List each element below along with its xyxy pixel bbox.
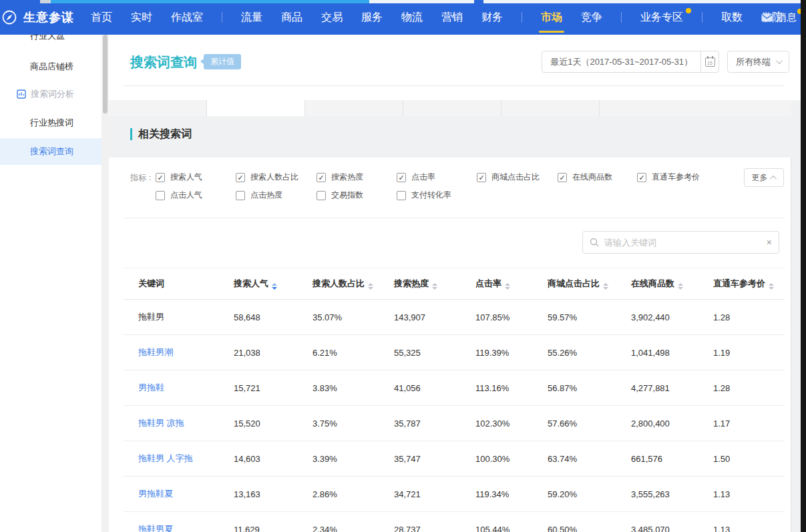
sidebar-item-product-shop-ranking[interactable]: 商品店铺榜: [0, 53, 102, 80]
table-row: 男拖鞋 15,721 3.83% 41,056 113.16% 56.87% 4…: [124, 370, 785, 406]
messages-button[interactable]: 消息: [761, 0, 797, 35]
table-row: 拖鞋男 58,648 35.07% 143,907 107.85% 59.57%…: [124, 300, 785, 335]
value-cell: 3,485,070: [631, 512, 713, 532]
keyword-link[interactable]: 拖鞋男夏: [138, 524, 173, 532]
sidebar-item-search-word-query[interactable]: 搜索词查询: [0, 138, 102, 165]
value-cell: 107.85%: [475, 300, 548, 335]
keyword-link[interactable]: 拖鞋男 人字拖: [138, 453, 193, 463]
page-scrollbar[interactable]: [801, 0, 806, 532]
sidebar-scrollbar-thumb[interactable]: [103, 35, 108, 113]
value-cell: 1.13: [713, 477, 785, 512]
metric-checkbox-online-products[interactable]: 在线商品数: [558, 172, 612, 183]
nav-item-product[interactable]: 商品: [274, 0, 309, 35]
nav-item-home[interactable]: 首页: [84, 0, 119, 35]
keyword-link[interactable]: 拖鞋男 凉拖: [138, 418, 184, 428]
more-button[interactable]: 更多: [744, 168, 784, 187]
nav-item-data-fetch[interactable]: 取数: [715, 0, 749, 35]
sidebar-item-industry-overview[interactable]: 行业大盘: [0, 35, 102, 49]
sidebar-item-industry-hot-words[interactable]: 行业热搜词: [0, 109, 102, 136]
sub-tab-1[interactable]: [109, 100, 207, 116]
metrics-label: 指标：: [130, 172, 154, 184]
sub-tab-3[interactable]: [305, 100, 403, 116]
col-header-search-popularity-sort[interactable]: 搜索人气: [234, 268, 313, 300]
table-row: 男拖鞋夏 13,163 2.86% 34,721 119.34% 59.20% …: [124, 477, 785, 512]
nav-menu: 首页 实时 作战室 流量 商品 交易 服务 物流 营销 财务 市场 竞争 业务专…: [81, 0, 792, 35]
active-tab-underline: [539, 31, 564, 33]
value-cell: 15,520: [234, 406, 313, 441]
metric-checkbox-search-popularity[interactable]: 搜索人气: [156, 172, 202, 183]
value-cell: 2,800,400: [631, 406, 713, 441]
metric-checkbox-ztc-reference-price[interactable]: 直通车参考价: [637, 172, 700, 183]
sidebar-scrollbar-track[interactable]: [102, 35, 109, 532]
metric-checkbox-mall-click-share[interactable]: 商城点击占比: [477, 172, 540, 183]
metric-checkbox-click-rate[interactable]: 点击率: [397, 172, 435, 183]
sort-icon: [505, 283, 510, 290]
metric-checkbox-search-heat[interactable]: 搜索热度: [317, 172, 363, 183]
brand-logo[interactable]: 生意参谋: [1, 9, 74, 25]
keyword-search-input[interactable]: [604, 238, 761, 248]
value-cell: 2.34%: [313, 512, 394, 532]
date-range-picker[interactable]: 最近1天（2017-05-31~2017-05-31） 15: [542, 51, 719, 73]
col-header-search-heat-sort[interactable]: 搜索热度: [394, 268, 475, 300]
sub-tab-5[interactable]: [501, 100, 600, 116]
sub-tabstrip: [109, 100, 791, 116]
value-cell: 119.34%: [475, 477, 548, 512]
nav-item-business-zone[interactable]: 业务专区: [634, 0, 690, 35]
col-header-ztc-price-sort[interactable]: 直通车参考价: [713, 268, 785, 300]
main-content: 搜索词查询 累计值 最近1天（2017-05-31~2017-05-31） 15…: [109, 35, 801, 532]
metric-checkbox-searcher-share[interactable]: 搜索人数占比: [236, 172, 298, 183]
value-cell: 35.07%: [313, 300, 394, 335]
sub-tab-4[interactable]: [403, 100, 501, 116]
value-cell: 143,907: [394, 300, 475, 335]
value-cell: 34,721: [394, 477, 475, 512]
calendar-button[interactable]: 15: [700, 51, 719, 72]
col-header-searcher-share-sort[interactable]: 搜索人数占比: [313, 268, 394, 300]
terminal-select-value: 所有终端: [736, 56, 771, 68]
terminal-select[interactable]: 所有终端: [727, 51, 789, 73]
col-header-click-rate-sort[interactable]: 点击率: [475, 268, 548, 300]
keyword-link[interactable]: 男拖鞋: [138, 382, 164, 392]
nav-item-marketing[interactable]: 营销: [435, 0, 469, 35]
value-cell: 59.57%: [548, 300, 631, 335]
col-header-mall-click-share-sort[interactable]: 商城点击占比: [548, 268, 631, 300]
divider: [124, 218, 785, 218]
sub-tab-2-active[interactable]: [207, 100, 305, 116]
metric-checkbox-payment-conversion[interactable]: 支付转化率: [397, 190, 451, 201]
sort-icon: [769, 283, 774, 290]
sub-tab-6[interactable]: [600, 100, 791, 116]
value-cell: 102.30%: [475, 406, 548, 441]
nav-item-trade[interactable]: 交易: [315, 0, 349, 35]
nav-item-market-active[interactable]: 市场: [534, 0, 569, 35]
value-cell: 1,041,498: [631, 335, 713, 370]
chevron-up-icon: [770, 175, 777, 182]
col-header-online-products-sort[interactable]: 在线商品数: [631, 268, 713, 300]
nav-item-service[interactable]: 服务: [355, 0, 389, 35]
metric-checkbox-trade-index[interactable]: 交易指数: [317, 190, 363, 201]
value-cell: 1.13: [713, 512, 785, 532]
keyword-link[interactable]: 拖鞋男潮: [138, 347, 173, 357]
nav-divider: [702, 12, 702, 23]
table-row: 拖鞋男 人字拖 14,603 3.39% 35,747 100.30% 63.7…: [124, 441, 785, 477]
nav-item-competition[interactable]: 竞争: [574, 0, 609, 35]
table-row: 拖鞋男 凉拖 15,520 3.75% 35,787 102.30% 57.66…: [124, 406, 785, 441]
nav-item-logistics[interactable]: 物流: [395, 0, 429, 35]
clear-search-icon[interactable]: ×: [767, 237, 772, 248]
search-words-table: 关键词 搜索人气 搜索人数占比 搜索热度 点击率 商城点击占比 在线商品数 直通…: [124, 268, 785, 532]
content-area: 相关搜索词 指标： 搜索人气 搜索人数占比 搜索热度 点击率 商城点击占比 在线…: [109, 117, 801, 532]
nav-item-traffic[interactable]: 流量: [234, 0, 269, 35]
checkbox-checked-icon: [156, 173, 165, 182]
value-cell: 3,555,263: [631, 477, 713, 512]
sidebar-group-search-word-analysis: 搜索词分析: [0, 81, 102, 107]
top-edge-highlight-strip: [51, 0, 369, 3]
nav-item-realtime[interactable]: 实时: [124, 0, 159, 35]
sort-icon: [603, 283, 608, 290]
value-cell: 15,721: [234, 370, 313, 406]
nav-item-warroom[interactable]: 作战室: [164, 0, 210, 35]
value-cell: 35,787: [394, 406, 475, 441]
metric-checkbox-click-popularity[interactable]: 点击人气: [156, 190, 202, 201]
checkbox-checked-icon: [236, 173, 245, 182]
keyword-link[interactable]: 男拖鞋夏: [138, 489, 173, 499]
value-cell: 55.26%: [548, 335, 631, 370]
metric-checkbox-click-heat[interactable]: 点击热度: [236, 190, 282, 201]
search-icon: [590, 238, 599, 247]
